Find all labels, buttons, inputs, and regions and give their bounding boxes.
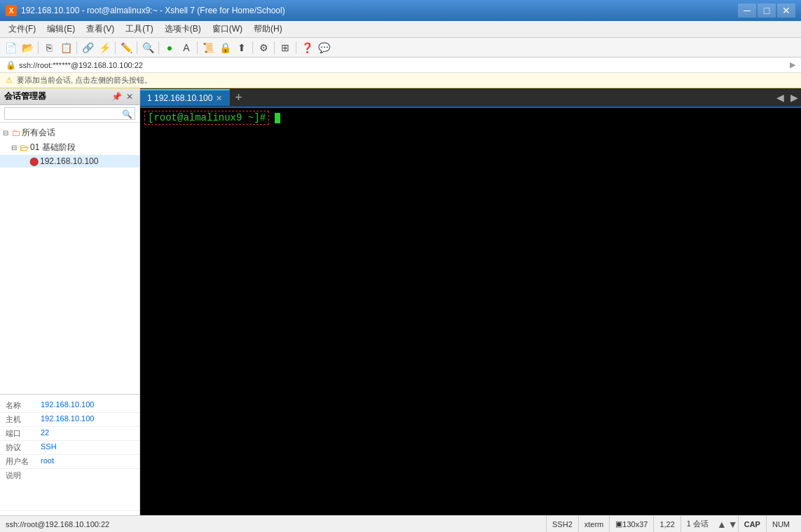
open-button[interactable]: 📂 xyxy=(20,40,35,55)
status-encoding: xterm xyxy=(578,516,610,532)
copy-button[interactable]: ⎘ xyxy=(41,40,57,55)
main-area: 会话管理器 📌 ✕ 🔍 ⊟ 🗀 所有会话 ⊟ 🗁 01 基础阶段 xyxy=(0,88,801,515)
new-session-button[interactable]: 📄 xyxy=(3,40,18,55)
disconnect-button[interactable]: ⚡ xyxy=(97,40,112,55)
menu-tabs[interactable]: 选项卡(B) xyxy=(159,22,207,36)
server-icon: ⬤ xyxy=(29,156,39,166)
info-row-name: 名称 192.168.10.100 xyxy=(0,399,139,413)
tree-item-server[interactable]: ⬤ 192.168.10.100 xyxy=(0,155,139,168)
color-button[interactable]: ● xyxy=(162,40,177,55)
script-button[interactable]: 📜 xyxy=(200,40,216,55)
connect-button[interactable]: 🔗 xyxy=(80,40,95,55)
lock-icon: 🔒 xyxy=(6,60,16,70)
menu-help[interactable]: 帮助(H) xyxy=(248,22,288,36)
terminal-content[interactable]: [root@almalinux9 ~]# xyxy=(140,108,801,515)
menu-edit[interactable]: 编辑(E) xyxy=(41,22,81,36)
terminal-cursor xyxy=(275,113,280,123)
toolbar-sep-4 xyxy=(137,41,137,54)
info-label-name: 名称 xyxy=(6,400,41,411)
info-label-desc: 说明 xyxy=(6,470,41,509)
terminal-prompt: [root@almalinux9 ~]# xyxy=(144,111,269,125)
sm-search-area: 🔍 xyxy=(0,105,139,123)
toolbar-sep-6 xyxy=(197,41,198,54)
menu-file[interactable]: 文件(F) xyxy=(3,22,41,36)
minimize-button[interactable]: ─ xyxy=(738,4,756,18)
sm-close-button[interactable]: ✕ xyxy=(124,91,135,102)
settings-button[interactable]: ⚙ xyxy=(256,40,271,55)
toolbar-sep-9 xyxy=(296,41,296,54)
tab-1-close[interactable]: ✕ xyxy=(216,94,222,103)
toolbar: 📄 📂 ⎘ 📋 🔗 ⚡ ✏️ 🔍 ● A 📜 🔒 ⬆ ⚙ ⊞ ❓ 💬 xyxy=(0,38,801,57)
tab-nav-left[interactable]: ◀ xyxy=(773,88,787,107)
notice-text: 要添加当前会话, 点击左侧的箭头按钮。 xyxy=(17,75,152,86)
info-value-username: root xyxy=(41,456,54,467)
status-size: ▣ 130x37 xyxy=(609,516,653,532)
search-icon: 🔍 xyxy=(122,109,132,119)
menu-view[interactable]: 查看(V) xyxy=(81,22,120,36)
tab-add-button[interactable]: + xyxy=(230,88,247,107)
scroll-down-button[interactable]: ▼ xyxy=(728,519,738,530)
status-sessions: 1 会话 xyxy=(680,516,714,532)
session-manager-title: 会话管理器 xyxy=(4,90,46,102)
tab-nav-right[interactable]: ▶ xyxy=(787,88,801,107)
tree-item-01[interactable]: ⊟ 🗁 01 基础阶段 xyxy=(0,140,139,155)
toolbar-sep-2 xyxy=(76,41,77,54)
status-ssh-url: ssh://root@192.168.10.100:22 xyxy=(6,520,109,528)
ssh-bar: 🔒 ssh://root:******@192.168.10.100:22 ▶ xyxy=(0,57,801,73)
info-label-protocol: 协议 xyxy=(6,442,41,453)
tab-bar: 1 192.168.10.100 ✕ + ◀ ▶ xyxy=(140,88,801,108)
status-cap: CAP xyxy=(738,516,766,532)
info-label-port: 端口 xyxy=(6,428,41,439)
scroll-arrow: ▶ xyxy=(790,60,795,69)
tab-1-label: 1 192.168.10.100 xyxy=(147,93,212,103)
toolbar-sep-7 xyxy=(252,41,253,54)
tree-label-all-sessions: 所有会话 xyxy=(22,127,55,139)
toolbar-sep-5 xyxy=(158,41,159,54)
expand-icon-01: ⊟ xyxy=(11,144,18,151)
ssh-url: ssh://root:******@192.168.10.100:22 xyxy=(19,61,143,69)
layout-button[interactable]: ⊞ xyxy=(278,40,293,55)
menu-window[interactable]: 窗口(W) xyxy=(207,22,248,36)
menu-bar: 文件(F) 编辑(E) 查看(V) 工具(T) 选项卡(B) 窗口(W) 帮助(… xyxy=(0,21,801,38)
maximize-button[interactable]: □ xyxy=(758,4,776,18)
sm-controls: 📌 ✕ xyxy=(111,91,135,102)
notice-icon: ⚠ xyxy=(6,76,13,85)
chat-button[interactable]: 💬 xyxy=(316,40,331,55)
search-button[interactable]: 🔍 xyxy=(140,40,156,55)
info-label-host: 主机 xyxy=(6,414,41,425)
compose-button[interactable]: ✏️ xyxy=(118,40,134,55)
window-title: 192.168.10.100 - root@almalinux9:~ - Xsh… xyxy=(21,6,285,15)
sm-pin-button[interactable]: 📌 xyxy=(111,91,122,102)
terminal-prompt-line: [root@almalinux9 ~]# xyxy=(140,108,801,125)
info-row-desc: 说明 xyxy=(0,469,139,511)
help-button[interactable]: ❓ xyxy=(299,40,315,55)
session-search-input[interactable] xyxy=(4,107,135,120)
lock-button[interactable]: 🔒 xyxy=(217,40,233,55)
transfer-button[interactable]: ⬆ xyxy=(234,40,249,55)
status-cursor: 1,22 xyxy=(653,516,680,532)
status-arrows: ▲ ▼ xyxy=(717,519,738,530)
tree-label-01: 01 基础阶段 xyxy=(30,142,76,154)
session-manager-header: 会话管理器 📌 ✕ xyxy=(0,88,139,105)
info-value-protocol: SSH xyxy=(41,442,57,453)
info-label-username: 用户名 xyxy=(6,456,41,467)
window-controls: ─ □ ✕ xyxy=(738,4,795,18)
tab-1[interactable]: 1 192.168.10.100 ✕ xyxy=(140,89,230,106)
notice-bar: ⚠ 要添加当前会话, 点击左侧的箭头按钮。 xyxy=(0,73,801,88)
font-button[interactable]: A xyxy=(179,40,194,55)
toolbar-sep-3 xyxy=(115,41,116,54)
status-protocol: SSH2 xyxy=(546,516,578,532)
tree-item-all-sessions[interactable]: ⊟ 🗀 所有会话 xyxy=(0,125,139,140)
tree-label-server: 192.168.10.100 xyxy=(40,156,98,166)
info-row-host: 主机 192.168.10.100 xyxy=(0,413,139,427)
app-icon: X xyxy=(6,5,17,16)
info-row-username: 用户名 root xyxy=(0,455,139,469)
close-button[interactable]: ✕ xyxy=(777,4,795,18)
paste-button[interactable]: 📋 xyxy=(58,40,74,55)
status-bar: ssh://root@192.168.10.100:22 SSH2 xterm … xyxy=(0,515,801,532)
info-value-host: 192.168.10.100 xyxy=(41,414,94,425)
menu-tools[interactable]: 工具(T) xyxy=(120,22,158,36)
tab-nav: ◀ ▶ xyxy=(773,88,801,107)
scroll-up-button[interactable]: ▲ xyxy=(717,519,727,530)
title-bar: X 192.168.10.100 - root@almalinux9:~ - X… xyxy=(0,0,801,21)
